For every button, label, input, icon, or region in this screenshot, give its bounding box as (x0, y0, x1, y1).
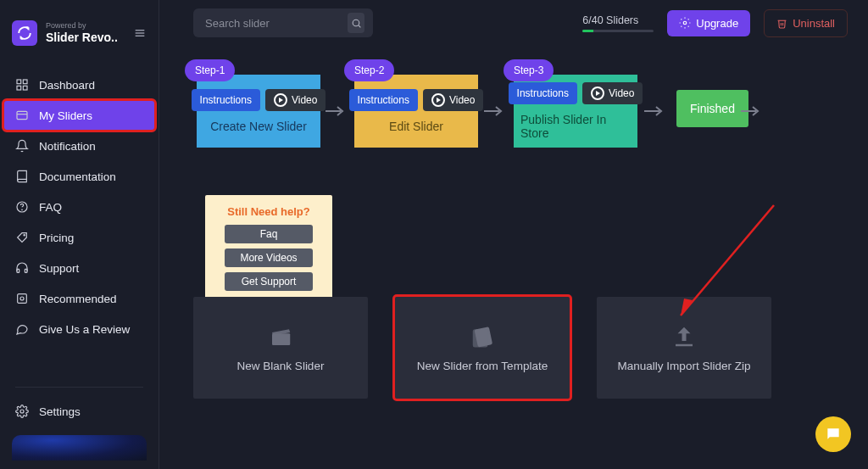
svg-point-19 (684, 21, 687, 25)
main: 6/40 Sliders Upgrade Uninstall Step-1 In… (159, 0, 868, 469)
step3-card: Instructions Video Publish Slider In Sto… (514, 75, 637, 148)
help-title: Still Need help? (214, 205, 324, 218)
manually-import-slider-card[interactable]: Manually Import Slider Zip (597, 297, 771, 399)
nav-label: Notification (39, 140, 96, 153)
svg-point-15 (20, 297, 24, 300)
nav-notification[interactable]: Notification (0, 131, 159, 161)
svg-rect-6 (23, 86, 27, 90)
support-icon (15, 261, 29, 275)
divider (15, 387, 143, 388)
svg-line-18 (358, 25, 359, 26)
help-card: Still Need help? Faq More Videos Get Sup… (205, 195, 332, 303)
arrow-icon (741, 105, 761, 117)
gear-icon (679, 17, 691, 29)
nav-documentation[interactable]: Documentation (0, 161, 159, 192)
topbar: 6/40 Sliders Upgrade Uninstall (193, 8, 848, 37)
brand-logo-icon (12, 20, 37, 46)
svg-rect-5 (17, 86, 21, 90)
svg-rect-3 (17, 80, 21, 84)
pill-label: Instructions (200, 94, 252, 106)
sidebar-promo (12, 435, 147, 461)
step3-instructions-button[interactable]: Instructions (509, 82, 577, 104)
svg-point-17 (353, 20, 359, 26)
card-label: Manually Import Slider Zip (618, 360, 751, 372)
nav-label: Recommended (39, 293, 117, 305)
step3-video-button[interactable]: Video (582, 82, 643, 104)
arrow-icon (484, 105, 504, 117)
nav-label: My Sliders (39, 109, 92, 122)
card-label: New Slider from Template (417, 360, 548, 372)
clapper-icon (268, 324, 293, 346)
help-more-videos-button[interactable]: More Videos (225, 248, 313, 267)
nav: Dashboard My Sliders Notification Docume… (0, 70, 159, 344)
nav-dashboard[interactable]: Dashboard (0, 70, 159, 100)
nav-support[interactable]: Support (0, 253, 159, 283)
nav-label: Dashboard (39, 79, 95, 92)
step1-title: Create New Slider (210, 120, 307, 133)
step2-video-button[interactable]: Video (423, 89, 483, 111)
card-label: New Blank Slider (237, 360, 325, 372)
step1-video-button[interactable]: Video (265, 89, 326, 111)
gear-icon (15, 405, 29, 418)
svg-rect-24 (272, 333, 290, 345)
faq-icon (15, 200, 29, 214)
uninstall-label: Uninstall (793, 17, 835, 30)
pill-label: Video (292, 94, 317, 106)
slider-count-wrap: 6/40 Sliders (582, 14, 654, 32)
step2-label: Step-2 (344, 59, 394, 81)
dashboard-icon (15, 78, 29, 92)
brand-name: Slider Revo.. (46, 31, 133, 44)
svg-rect-26 (473, 329, 488, 347)
template-icon (470, 324, 495, 346)
sidebar: Powered by Slider Revo.. Dashboard My Sl… (0, 0, 159, 469)
pill-label: Video (609, 87, 634, 99)
step3-label: Step-3 (504, 59, 554, 81)
nav-faq[interactable]: FAQ (0, 192, 159, 222)
step1-label: Step-1 (185, 59, 235, 81)
step1-instructions-button[interactable]: Instructions (192, 89, 260, 111)
nav-my-sliders[interactable]: My Sliders (3, 100, 155, 131)
cards-row: New Blank Slider New Slider from Templat… (193, 297, 771, 399)
nav-label: Pricing (39, 232, 74, 244)
upgrade-button[interactable]: Upgrade (667, 10, 750, 36)
step2-title: Edit Slider (389, 120, 443, 133)
chat-icon (825, 426, 842, 443)
chat-icon (15, 322, 29, 336)
steps: Step-1 Instructions Video Create New Sli… (185, 70, 848, 154)
nav-settings[interactable]: Settings (0, 396, 159, 427)
search-button[interactable] (348, 13, 364, 33)
nav-label: Documentation (39, 170, 116, 183)
help-get-support-button[interactable]: Get Support (225, 272, 313, 291)
sidebar-collapse-button[interactable] (133, 26, 147, 40)
play-icon (591, 87, 604, 100)
pill-label: Instructions (358, 94, 409, 106)
bell-icon (15, 139, 29, 153)
trash-icon (776, 18, 787, 29)
svg-rect-27 (676, 343, 693, 346)
search[interactable] (193, 8, 373, 37)
slider-count: 6/40 Sliders (582, 14, 638, 26)
new-blank-slider-card[interactable]: New Blank Slider (193, 297, 368, 399)
sliders-icon (15, 109, 29, 122)
nav-label: Support (39, 262, 79, 275)
step2-card: Instructions Video Edit Slider (354, 75, 478, 148)
upgrade-label: Upgrade (696, 17, 738, 30)
svg-rect-4 (23, 80, 27, 84)
step3-title: Publish Slider In Store (520, 113, 631, 140)
play-icon (431, 93, 445, 107)
nav-review[interactable]: Give Us a Review (0, 314, 159, 344)
pill-label: Instructions (517, 87, 569, 99)
new-slider-from-template-card[interactable]: New Slider from Template (395, 297, 570, 399)
pricing-icon (15, 231, 29, 244)
chat-fab[interactable] (815, 416, 851, 452)
nav-recommended[interactable]: Recommended (0, 283, 159, 314)
brand-powered-label: Powered by (46, 22, 133, 30)
uninstall-button[interactable]: Uninstall (764, 9, 848, 37)
pill-label: Video (449, 94, 475, 106)
nav-pricing[interactable]: Pricing (0, 222, 159, 253)
play-icon (274, 93, 287, 107)
help-faq-button[interactable]: Faq (225, 225, 313, 243)
svg-point-16 (20, 410, 24, 413)
search-input[interactable] (205, 17, 348, 30)
step2-instructions-button[interactable]: Instructions (349, 89, 418, 111)
